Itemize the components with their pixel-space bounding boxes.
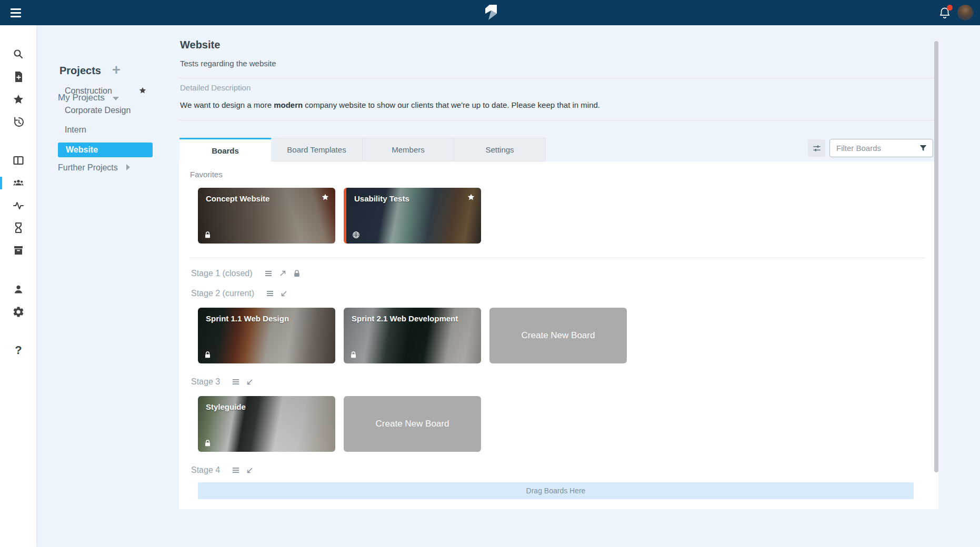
stage-label: Stage 3 [191,377,220,387]
topbar [0,0,980,25]
tab-board-templates[interactable]: Board Templates [271,138,363,161]
construction-favorite-star-icon[interactable] [138,86,147,95]
tune-icon [812,143,822,154]
tab-members[interactable]: Members [363,138,454,161]
stage-3-header: Stage 3 [191,377,255,387]
globe-icon [352,231,360,239]
activity-pulse-icon[interactable] [12,199,25,212]
stage-list-icon[interactable] [265,289,275,298]
stage-expand-icon[interactable] [278,269,287,278]
stage-list-icon[interactable] [264,269,273,278]
stage-2-header: Stage 2 (current) [191,289,289,298]
board-card-sprint-2-1[interactable]: Sprint 2.1 Web Development [344,308,481,363]
board-card-title: Concept Website [206,194,269,203]
page-subtitle: Tests regarding the website [180,59,276,68]
filter-funnel-icon[interactable] [918,144,928,153]
board-card-sprint-1-1[interactable]: Sprint 1.1 Web Design [198,308,335,363]
notifications-bell-icon[interactable] [938,6,952,19]
boards-tab-content: Favorites Concept Website Usability Test… [179,161,938,509]
further-projects-label: Further Projects [58,163,118,172]
sidebar-item-website-active[interactable]: Website [58,143,153,157]
tab-boards[interactable]: Boards [179,138,271,161]
filter-boards-field [829,139,933,157]
favorites-cards-row: Concept Website Usability Tests [198,188,481,244]
history-icon[interactable] [12,116,25,128]
board-card-title: Sprint 2.1 Web Development [352,314,458,323]
star-icon[interactable] [12,93,25,106]
sidebar-item-construction[interactable]: Construction [65,85,112,97]
lock-icon [204,439,212,447]
board-favorite-star-icon[interactable] [321,193,330,202]
board-card-title: Styleguide [206,402,246,411]
active-section-indicator [0,177,2,189]
create-new-board-button[interactable]: Create New Board [344,396,481,452]
stage-collapse-icon[interactable] [245,377,255,387]
lock-icon [204,231,212,239]
view-options-button[interactable] [808,139,825,157]
menu-icon[interactable] [11,6,24,19]
tab-bar: Boards Board Templates Members Settings [179,138,546,161]
stage-label: Stage 4 [191,465,220,475]
stage-label: Stage 1 (closed) [191,269,253,278]
stage-list-icon[interactable] [231,465,241,475]
sidebar-item-intern[interactable]: Intern [65,124,86,136]
lock-icon [204,351,212,359]
boards-columns-icon[interactable] [12,154,25,167]
icon-sidebar: ? [0,25,37,547]
divider [179,120,934,120]
profile-person-icon[interactable] [12,283,25,296]
stage-label: Stage 2 (current) [191,289,254,298]
create-new-board-button[interactable]: Create New Board [489,308,627,363]
board-card-usability-tests[interactable]: Usability Tests [344,188,481,244]
board-card-title: Usability Tests [354,194,409,203]
board-favorite-star-icon[interactable] [466,193,476,202]
projects-panel-title: Projects [59,65,101,77]
detailed-description-text: We want to design a more modern company … [180,100,600,109]
sidebar-item-corporate-design[interactable]: Corporate Design [65,105,131,116]
board-card-concept-website[interactable]: Concept Website [198,188,335,244]
projects-panel: Projects + My Projects Construction Corp… [37,25,179,547]
filter-boards-input[interactable] [836,139,915,157]
chevron-down-icon [113,97,119,100]
note-add-icon[interactable] [12,70,25,83]
page-title: Website [180,39,220,51]
help-icon[interactable]: ? [12,344,25,357]
drag-boards-drop-zone[interactable]: Drag Boards Here [198,482,914,499]
archive-icon[interactable] [12,244,25,257]
app-root: ? Projects + My Projects Construction Co… [0,0,980,547]
stage-lock-icon [292,269,302,278]
divider [179,78,934,78]
settings-gear-icon[interactable] [12,306,25,318]
search-icon[interactable] [12,48,25,60]
app-logo-icon [482,4,498,22]
stage-collapse-icon[interactable] [245,465,255,475]
divider [189,258,925,258]
detailed-description-label: Detailed Description [180,83,251,92]
lock-icon [349,351,357,359]
team-group-icon[interactable] [12,177,25,189]
board-card-title: Sprint 1.1 Web Design [206,314,289,323]
further-projects-group[interactable]: Further Projects [58,162,130,174]
board-card-styleguide[interactable]: Styleguide [198,396,335,452]
stage-list-icon[interactable] [231,377,241,387]
tab-settings[interactable]: Settings [454,138,546,161]
user-avatar[interactable] [957,5,973,21]
vertical-scrollbar[interactable] [934,41,938,472]
stage-3-cards-row: Styleguide Create New Board [198,396,481,452]
notification-dot [947,5,953,11]
favorites-section-label: Favorites [190,170,223,179]
stage-1-header: Stage 1 (closed) [191,269,302,278]
stage-2-cards-row: Sprint 1.1 Web Design Sprint 2.1 Web Dev… [198,308,627,363]
stage-4-header: Stage 4 [191,465,255,475]
stage-collapse-icon[interactable] [279,289,289,298]
hourglass-icon[interactable] [12,221,25,234]
add-project-button[interactable]: + [112,63,121,77]
chevron-right-icon [126,164,130,170]
